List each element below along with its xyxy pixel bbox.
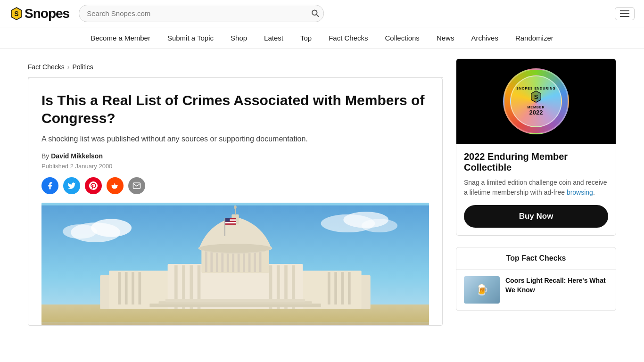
hamburger-menu-button[interactable] <box>615 7 635 20</box>
member-card-title: 2022 Enduring Member Collectible <box>464 151 608 173</box>
svg-rect-18 <box>139 272 141 304</box>
buy-now-button[interactable]: Buy Now <box>464 205 608 228</box>
facebook-icon <box>46 181 54 190</box>
svg-rect-21 <box>341 272 344 304</box>
member-card-description: Snag a limited edition challenge coin an… <box>464 178 608 197</box>
author-name: David Mikkelson <box>51 152 103 160</box>
list-item[interactable]: 🍺 Coors Light Recall: Here's What We Kno… <box>456 270 616 311</box>
top-fact-checks-widget: Top Fact Checks 🍺 Coors Light Recall: He… <box>456 247 616 311</box>
article-box: Is This a Real List of Crimes Associated… <box>28 78 443 326</box>
share-email-button[interactable] <box>128 177 145 194</box>
badge-text-member: MEMBER <box>527 106 545 109</box>
hamburger-line <box>620 13 629 14</box>
nav-item-fact-checks[interactable]: Fact Checks <box>320 27 376 49</box>
badge-year: 2022 <box>529 109 543 116</box>
badge-logo-icon: S <box>529 90 543 106</box>
share-twitter-button[interactable] <box>63 177 80 194</box>
member-desc-text2: . <box>593 189 595 196</box>
article-area: Fact Checks › Politics Is This a Real Li… <box>28 58 443 326</box>
breadcrumb: Fact Checks › Politics <box>28 58 443 78</box>
svg-rect-43 <box>259 249 262 272</box>
breadcrumb-fact-checks[interactable]: Fact Checks <box>28 63 65 71</box>
member-collectible-card: SNOPES ENDURING S MEMBER 2022 2022 Endur… <box>456 58 616 236</box>
svg-rect-55 <box>225 222 236 223</box>
hamburger-line <box>620 16 629 17</box>
social-share-bar <box>41 177 429 194</box>
enduring-member-badge: SNOPES ENDURING S MEMBER 2022 <box>503 68 569 134</box>
nav-item-collections[interactable]: Collections <box>377 27 428 49</box>
svg-point-45 <box>199 244 272 253</box>
article-hero-image <box>41 203 429 325</box>
badge-text-top: SNOPES ENDURING <box>516 87 555 90</box>
svg-rect-34 <box>210 249 213 272</box>
search-container <box>79 5 324 22</box>
sidebar: SNOPES ENDURING S MEMBER 2022 2022 Endur… <box>456 58 616 326</box>
svg-point-8 <box>63 224 97 239</box>
svg-point-7 <box>91 219 132 237</box>
search-input[interactable] <box>79 5 324 22</box>
main-nav: Become a Member Submit a Topic Shop Late… <box>0 27 644 49</box>
nav-item-latest[interactable]: Latest <box>256 27 292 49</box>
svg-rect-22 <box>348 272 351 304</box>
share-reddit-button[interactable] <box>107 177 124 194</box>
thumbnail-image: 🍺 <box>464 276 500 304</box>
article-author: By David Mikkelson <box>41 152 429 160</box>
svg-rect-51 <box>165 299 305 303</box>
nav-item-news[interactable]: News <box>428 27 463 49</box>
hamburger-line <box>620 10 629 11</box>
svg-rect-16 <box>125 272 128 304</box>
svg-rect-20 <box>334 272 337 304</box>
breadcrumb-politics[interactable]: Politics <box>72 63 93 71</box>
nav-item-top[interactable]: Top <box>292 27 320 49</box>
svg-rect-57 <box>225 218 230 222</box>
author-prefix: By <box>41 152 51 160</box>
article-subtitle: A shocking list was published without an… <box>41 133 429 145</box>
svg-point-48 <box>234 206 237 209</box>
fact-check-title: Coors Light Recall: Here's What We Know <box>505 276 608 295</box>
email-icon <box>132 181 141 190</box>
reddit-icon <box>111 181 119 190</box>
svg-rect-33 <box>205 249 207 272</box>
fact-check-thumbnail: 🍺 <box>464 276 500 304</box>
member-card-body: 2022 Enduring Member Collectible Snag a … <box>456 144 616 235</box>
main-content: Fact Checks › Politics Is This a Real Li… <box>20 49 624 335</box>
svg-rect-17 <box>132 272 134 304</box>
svg-point-11 <box>362 219 397 232</box>
pinterest-icon <box>89 181 98 190</box>
breadcrumb-separator: › <box>67 63 70 71</box>
svg-rect-19 <box>328 272 330 304</box>
nav-item-archives[interactable]: Archives <box>462 27 507 49</box>
article-title: Is This a Real List of Crimes Associated… <box>41 91 429 127</box>
nav-item-submit-topic[interactable]: Submit a Topic <box>159 27 222 49</box>
svg-rect-52 <box>224 218 225 236</box>
nav-item-randomizer[interactable]: Randomizer <box>507 27 562 49</box>
browsing-link[interactable]: browsing <box>567 189 593 196</box>
site-header: S Snopes Become a Member Submit a Topic … <box>0 0 644 49</box>
twitter-icon <box>67 181 76 190</box>
nav-item-shop[interactable]: Shop <box>222 27 256 49</box>
site-name: Snopes <box>25 6 69 21</box>
date-value: 2 January 2000 <box>70 163 113 170</box>
nav-item-become-member[interactable]: Become a Member <box>82 27 159 49</box>
member-card-image: SNOPES ENDURING S MEMBER 2022 <box>456 59 616 144</box>
svg-text:S: S <box>14 10 18 17</box>
article-date: Published 2 January 2000 <box>41 163 429 170</box>
search-icon <box>311 8 319 17</box>
date-prefix: Published <box>41 163 70 170</box>
site-logo[interactable]: S Snopes <box>9 6 69 21</box>
svg-rect-15 <box>118 272 121 304</box>
badge-inner: SNOPES ENDURING S MEMBER 2022 <box>510 75 562 127</box>
share-facebook-button[interactable] <box>41 177 58 194</box>
share-pinterest-button[interactable] <box>85 177 102 194</box>
svg-line-3 <box>317 14 319 16</box>
snopes-logo-icon: S <box>9 7 24 21</box>
svg-text:S: S <box>534 93 538 100</box>
capitol-building-illustration <box>41 203 429 325</box>
svg-rect-42 <box>254 249 256 272</box>
top-fact-checks-header: Top Fact Checks <box>456 247 616 270</box>
svg-rect-56 <box>225 225 236 225</box>
search-button[interactable] <box>311 8 319 18</box>
